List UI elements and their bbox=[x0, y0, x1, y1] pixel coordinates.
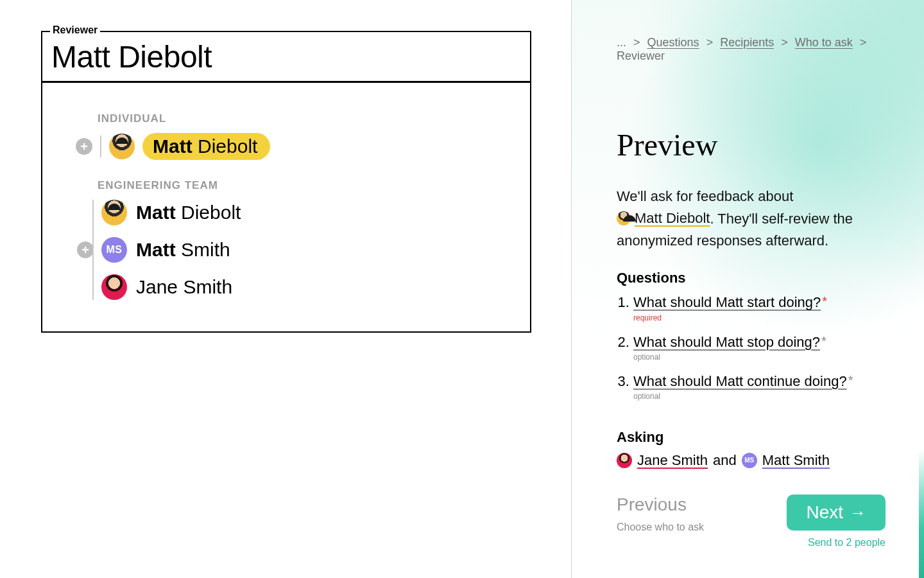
avatar-ms: MS bbox=[101, 237, 127, 263]
result-name: Jane Smith bbox=[136, 273, 232, 301]
preview-panel: ... > Questions > Recipients > Who to as… bbox=[571, 0, 924, 578]
background-gradient bbox=[572, 0, 924, 578]
arrow-right-icon: → bbox=[850, 503, 866, 523]
reviewer-autocomplete: Reviewer Matt Diebolt INDIVIDUAL + M bbox=[41, 31, 531, 333]
asking-line: Jane Smith and MS Matt Smith bbox=[617, 452, 886, 469]
section-label-team: ENGINEERING TEAM bbox=[98, 179, 518, 192]
add-button[interactable]: + bbox=[76, 138, 92, 155]
avatar-matt bbox=[109, 134, 135, 159]
result-row-team[interactable]: MS Matt Smith bbox=[101, 236, 518, 264]
section-label-individual: INDIVIDUAL bbox=[98, 112, 518, 125]
previous-subtitle: Choose who to ask bbox=[617, 521, 704, 533]
accent-edge bbox=[919, 450, 924, 578]
required-icon: * bbox=[822, 294, 827, 308]
breadcrumb-questions[interactable]: Questions bbox=[647, 36, 699, 49]
result-name-highlighted: Matt Diebolt bbox=[142, 133, 270, 160]
questions-heading: Questions bbox=[617, 270, 886, 286]
result-row-team[interactable]: Matt Diebolt bbox=[101, 198, 518, 227]
question-item[interactable]: What should Matt stop doing?* optional bbox=[633, 333, 886, 363]
question-item[interactable]: What should Matt start doing?* required bbox=[633, 293, 886, 323]
next-subtitle: Send to 2 people bbox=[808, 537, 886, 548]
result-name: Matt Diebolt bbox=[136, 198, 241, 227]
wizard-footer: Previous Choose who to ask Next → Send t… bbox=[617, 495, 886, 578]
divider bbox=[100, 136, 101, 157]
autocomplete-results: INDIVIDUAL + Matt Diebolt ENGINEERING TE… bbox=[42, 83, 530, 320]
result-row-individual[interactable]: + Matt Diebolt bbox=[54, 132, 518, 161]
preview-lead: We'll ask for feedback about Matt Diebol… bbox=[617, 186, 886, 252]
result-row-team[interactable]: Jane Smith bbox=[101, 273, 518, 301]
group-divider bbox=[92, 200, 94, 300]
next-button[interactable]: Next → bbox=[787, 495, 886, 530]
avatar-ms-icon: MS bbox=[742, 453, 757, 468]
preview-title: Preview bbox=[617, 127, 886, 162]
breadcrumb-recipients[interactable]: Recipients bbox=[720, 36, 774, 49]
hint-required: required bbox=[633, 313, 886, 324]
breadcrumb-who-to-ask[interactable]: Who to ask bbox=[795, 36, 853, 49]
previous-button[interactable]: Previous bbox=[617, 495, 704, 515]
breadcrumb: ... > Questions > Recipients > Who to as… bbox=[617, 36, 886, 63]
optional-icon: * bbox=[821, 334, 826, 348]
breadcrumb-current: Reviewer bbox=[617, 49, 665, 62]
reviewer-input[interactable]: Matt Diebolt bbox=[51, 39, 521, 76]
avatar-jane bbox=[101, 274, 127, 300]
asking-person-matt-smith[interactable]: Matt Smith bbox=[762, 452, 830, 469]
hint-optional: optional bbox=[633, 392, 886, 402]
avatar-matt bbox=[101, 200, 127, 225]
plus-icon: + bbox=[81, 243, 89, 256]
hint-optional: optional bbox=[633, 353, 886, 363]
add-team-button[interactable]: + bbox=[77, 241, 94, 258]
left-panel: Reviewer Matt Diebolt INDIVIDUAL + M bbox=[0, 0, 571, 578]
preview-subject[interactable]: Matt Diebolt bbox=[635, 207, 710, 229]
breadcrumb-ellipsis: ... bbox=[617, 36, 626, 49]
questions-list: What should Matt start doing?* required … bbox=[617, 293, 886, 411]
result-name: Matt Smith bbox=[136, 236, 230, 264]
asking-heading: Asking bbox=[617, 429, 886, 446]
optional-icon: * bbox=[848, 373, 853, 387]
avatar-jane-icon bbox=[617, 453, 632, 468]
plus-icon: + bbox=[80, 140, 88, 153]
question-item[interactable]: What should Matt continue doing?* option… bbox=[633, 372, 886, 402]
avatar-matt-icon bbox=[617, 211, 631, 225]
reviewer-field-label: Reviewer bbox=[50, 24, 100, 36]
asking-person-jane[interactable]: Jane Smith bbox=[637, 452, 708, 469]
